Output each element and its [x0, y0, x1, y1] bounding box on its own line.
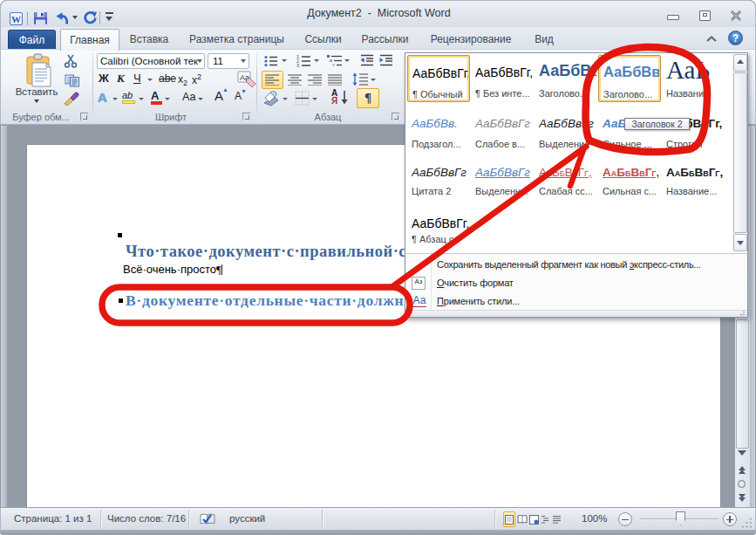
svg-text:3: 3	[296, 63, 299, 67]
